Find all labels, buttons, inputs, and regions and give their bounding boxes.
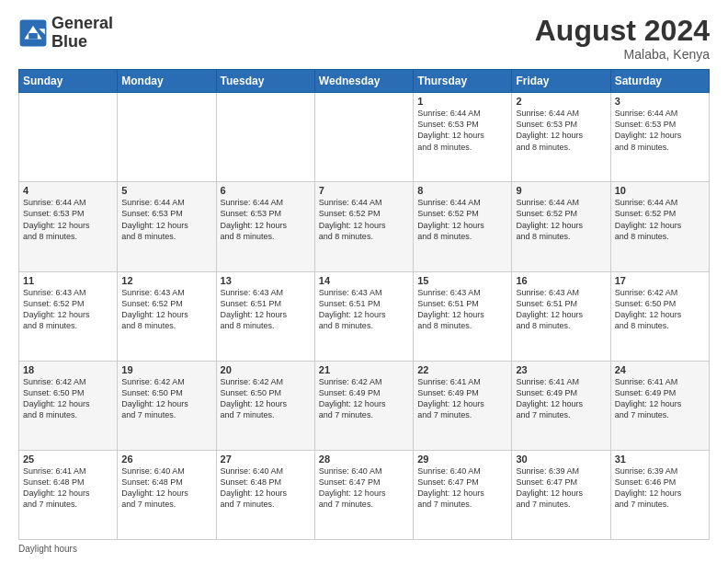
calendar-cell: 6Sunrise: 6:44 AMSunset: 6:53 PMDaylight… [216, 182, 314, 271]
calendar-cell: 7Sunrise: 6:44 AMSunset: 6:52 PMDaylight… [314, 182, 413, 271]
day-info: Sunrise: 6:44 AMSunset: 6:53 PMDaylight:… [121, 197, 211, 242]
calendar-header-monday: Monday [118, 70, 216, 93]
calendar-cell: 4Sunrise: 6:44 AMSunset: 6:53 PMDaylight… [19, 182, 118, 271]
day-number: 11 [23, 275, 113, 286]
calendar-cell: 21Sunrise: 6:42 AMSunset: 6:49 PMDayligh… [314, 361, 413, 450]
day-info: Sunrise: 6:39 AMSunset: 6:46 PMDaylight:… [615, 465, 705, 511]
day-number: 27 [221, 454, 311, 465]
calendar-cell: 25Sunrise: 6:41 AMSunset: 6:48 PMDayligh… [19, 450, 118, 539]
calendar-cell [19, 93, 118, 182]
calendar-cell: 11Sunrise: 6:43 AMSunset: 6:52 PMDayligh… [19, 271, 118, 361]
day-number: 10 [615, 185, 705, 196]
day-info: Sunrise: 6:41 AMSunset: 6:49 PMDaylight:… [615, 376, 705, 421]
day-info: Sunrise: 6:42 AMSunset: 6:50 PMDaylight:… [221, 376, 311, 421]
calendar-cell: 19Sunrise: 6:42 AMSunset: 6:50 PMDayligh… [118, 361, 216, 450]
day-info: Sunrise: 6:44 AMSunset: 6:53 PMDaylight:… [516, 108, 606, 153]
day-number: 24 [615, 364, 705, 375]
calendar-header-wednesday: Wednesday [314, 70, 413, 93]
calendar-cell: 31Sunrise: 6:39 AMSunset: 6:46 PMDayligh… [610, 450, 709, 539]
calendar-cell: 20Sunrise: 6:42 AMSunset: 6:50 PMDayligh… [216, 361, 314, 450]
calendar-cell [314, 93, 413, 182]
footer-note: Daylight hours [18, 544, 710, 554]
day-info: Sunrise: 6:40 AMSunset: 6:47 PMDaylight:… [319, 465, 409, 511]
calendar-cell: 9Sunrise: 6:44 AMSunset: 6:52 PMDaylight… [512, 182, 610, 271]
calendar-cell: 26Sunrise: 6:40 AMSunset: 6:48 PMDayligh… [118, 450, 216, 539]
day-info: Sunrise: 6:39 AMSunset: 6:47 PMDaylight:… [516, 465, 606, 511]
calendar-week-0: 1Sunrise: 6:44 AMSunset: 6:53 PMDaylight… [19, 93, 710, 182]
day-number: 2 [516, 96, 606, 107]
logo-line2: Blue [51, 33, 113, 52]
calendar-header-sunday: Sunday [19, 70, 118, 93]
day-info: Sunrise: 6:41 AMSunset: 6:49 PMDaylight:… [516, 376, 606, 421]
header: General Blue August 2024 Malaba, Kenya [18, 15, 710, 62]
calendar-cell: 17Sunrise: 6:42 AMSunset: 6:50 PMDayligh… [610, 271, 709, 361]
day-number: 8 [417, 185, 507, 196]
calendar-week-1: 4Sunrise: 6:44 AMSunset: 6:53 PMDaylight… [19, 182, 710, 271]
day-info: Sunrise: 6:40 AMSunset: 6:47 PMDaylight:… [417, 465, 507, 511]
calendar-header-row: SundayMondayTuesdayWednesdayThursdayFrid… [19, 70, 710, 93]
calendar-cell: 5Sunrise: 6:44 AMSunset: 6:53 PMDaylight… [118, 182, 216, 271]
day-number: 31 [615, 454, 705, 465]
day-number: 14 [319, 275, 409, 286]
day-info: Sunrise: 6:40 AMSunset: 6:48 PMDaylight:… [121, 465, 211, 511]
day-number: 23 [516, 364, 606, 375]
calendar-cell: 27Sunrise: 6:40 AMSunset: 6:48 PMDayligh… [216, 450, 314, 539]
calendar-cell: 29Sunrise: 6:40 AMSunset: 6:47 PMDayligh… [414, 450, 512, 539]
day-info: Sunrise: 6:44 AMSunset: 6:53 PMDaylight:… [221, 197, 311, 242]
location: Malaba, Kenya [535, 47, 710, 62]
day-number: 20 [221, 364, 311, 375]
calendar-cell: 18Sunrise: 6:42 AMSunset: 6:50 PMDayligh… [19, 361, 118, 450]
logo-text: General Blue [51, 15, 113, 52]
logo-icon [18, 18, 48, 48]
calendar-cell: 1Sunrise: 6:44 AMSunset: 6:53 PMDaylight… [414, 93, 512, 182]
svg-rect-2 [28, 33, 38, 39]
calendar-cell: 2Sunrise: 6:44 AMSunset: 6:53 PMDaylight… [512, 93, 610, 182]
day-number: 15 [417, 275, 507, 286]
calendar-cell: 24Sunrise: 6:41 AMSunset: 6:49 PMDayligh… [610, 361, 709, 450]
day-number: 7 [319, 185, 409, 196]
day-info: Sunrise: 6:44 AMSunset: 6:52 PMDaylight:… [417, 197, 507, 242]
day-info: Sunrise: 6:44 AMSunset: 6:53 PMDaylight:… [23, 197, 113, 242]
day-info: Sunrise: 6:41 AMSunset: 6:48 PMDaylight:… [23, 465, 113, 511]
logo-line1: General [51, 15, 113, 33]
day-number: 26 [121, 454, 211, 465]
calendar-cell: 23Sunrise: 6:41 AMSunset: 6:49 PMDayligh… [512, 361, 610, 450]
calendar-header-friday: Friday [512, 70, 610, 93]
calendar-cell: 13Sunrise: 6:43 AMSunset: 6:51 PMDayligh… [216, 271, 314, 361]
day-number: 6 [221, 185, 311, 196]
day-info: Sunrise: 6:44 AMSunset: 6:52 PMDaylight:… [516, 197, 606, 242]
day-number: 29 [417, 454, 507, 465]
calendar-cell: 8Sunrise: 6:44 AMSunset: 6:52 PMDaylight… [414, 182, 512, 271]
page: General Blue August 2024 Malaba, Kenya S… [0, 0, 728, 563]
day-number: 5 [121, 185, 211, 196]
day-info: Sunrise: 6:44 AMSunset: 6:52 PMDaylight:… [319, 197, 409, 242]
calendar-cell [216, 93, 314, 182]
day-info: Sunrise: 6:44 AMSunset: 6:53 PMDaylight:… [417, 108, 507, 153]
daylight-hours-label: Daylight hours [18, 544, 77, 554]
calendar-cell: 15Sunrise: 6:43 AMSunset: 6:51 PMDayligh… [414, 271, 512, 361]
calendar-week-4: 25Sunrise: 6:41 AMSunset: 6:48 PMDayligh… [19, 450, 710, 539]
day-number: 19 [121, 364, 211, 375]
day-info: Sunrise: 6:44 AMSunset: 6:53 PMDaylight:… [615, 108, 705, 153]
calendar-cell: 12Sunrise: 6:43 AMSunset: 6:52 PMDayligh… [118, 271, 216, 361]
title-block: August 2024 Malaba, Kenya [535, 15, 710, 62]
day-number: 12 [121, 275, 211, 286]
day-number: 16 [516, 275, 606, 286]
day-number: 28 [319, 454, 409, 465]
day-number: 1 [417, 96, 507, 107]
calendar-header-thursday: Thursday [414, 70, 512, 93]
day-info: Sunrise: 6:43 AMSunset: 6:52 PMDaylight:… [23, 287, 113, 332]
calendar-header-saturday: Saturday [610, 70, 709, 93]
day-info: Sunrise: 6:42 AMSunset: 6:50 PMDaylight:… [615, 287, 705, 332]
calendar-week-3: 18Sunrise: 6:42 AMSunset: 6:50 PMDayligh… [19, 361, 710, 450]
day-info: Sunrise: 6:43 AMSunset: 6:51 PMDaylight:… [516, 287, 606, 332]
day-number: 25 [23, 454, 113, 465]
calendar-table: SundayMondayTuesdayWednesdayThursdayFrid… [18, 69, 710, 540]
day-info: Sunrise: 6:42 AMSunset: 6:50 PMDaylight:… [121, 376, 211, 421]
day-number: 17 [615, 275, 705, 286]
day-number: 30 [516, 454, 606, 465]
calendar-cell [118, 93, 216, 182]
day-number: 18 [23, 364, 113, 375]
calendar-week-2: 11Sunrise: 6:43 AMSunset: 6:52 PMDayligh… [19, 271, 710, 361]
calendar-cell: 28Sunrise: 6:40 AMSunset: 6:47 PMDayligh… [314, 450, 413, 539]
